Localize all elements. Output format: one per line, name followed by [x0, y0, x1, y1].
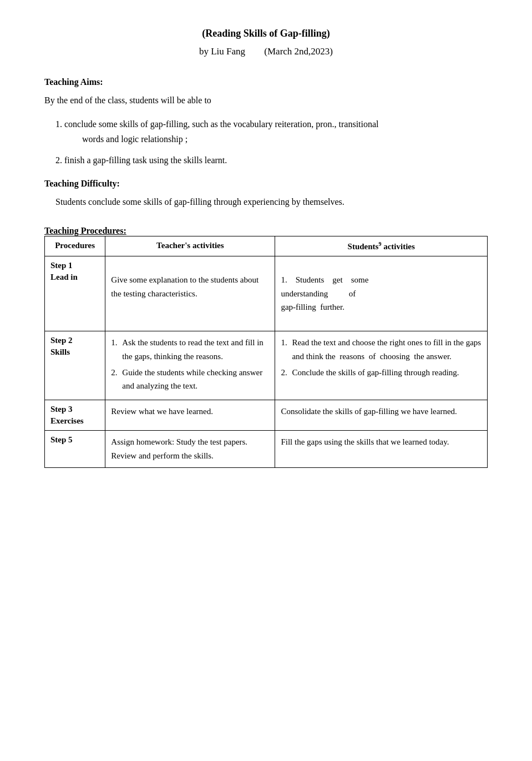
step1-sublabel: Lead in — [50, 273, 99, 282]
document-title: (Reading Skills of Gap-filling) — [44, 28, 488, 39]
step5-teacher-cell: Assign homework: Study the test papers. … — [105, 431, 275, 468]
step3-teacher-cell: Review what we have learned. — [105, 400, 275, 431]
step2-student-cell: 1. Read the text and choose the right on… — [275, 331, 488, 400]
table-row: Step 3 Exercises Review what we have lea… — [45, 400, 488, 431]
teaching-aims-heading: Teaching Aims: — [44, 77, 488, 87]
teaching-difficulty-section: Teaching Difficulty: Students conclude s… — [44, 179, 488, 209]
step1-label: Step 1 — [50, 261, 99, 270]
step5-student-content: Fill the gaps using the skills that we l… — [281, 435, 482, 449]
teaching-procedures-section: Teaching Procedures: Procedures Teacher'… — [44, 226, 488, 468]
step1-student-content: 1. Students get some understanding of ga… — [281, 273, 482, 314]
table-header-teacher: Teacher's activities — [105, 236, 275, 256]
list-number: 1. — [55, 119, 64, 129]
list-continuation: words and logic relationship ; — [82, 132, 488, 147]
procedures-table: Procedures Teacher's activities Students… — [44, 236, 488, 468]
teaching-procedures-heading: Teaching Procedures: — [44, 226, 488, 236]
list-text: finish a gap-filling task using the skil… — [64, 155, 227, 165]
table-header-students: Students9 activities — [275, 236, 488, 256]
list-item: 1. conclude some skills of gap-filling, … — [55, 117, 488, 147]
teaching-aims-intro: By the end of the class, students will b… — [44, 93, 488, 108]
step2-student-content: 1. Read the text and choose the right on… — [281, 336, 482, 379]
step5-teacher-content: Assign homework: Study the test papers. … — [111, 435, 269, 463]
table-row: Step 5 Assign homework: Study the test p… — [45, 431, 488, 468]
list-text: conclude some skills of gap-filling, suc… — [64, 119, 379, 129]
table-header-procedures: Procedures — [45, 236, 105, 256]
document-subtitle: by Liu Fang (March 2nd,2023) — [44, 46, 488, 57]
step2-procedures-cell: Step 2 Skills — [45, 331, 105, 400]
teaching-difficulty-heading: Teaching Difficulty: — [44, 179, 488, 189]
step2-teacher-cell: 1. Ask the students to read the text and… — [105, 331, 275, 400]
document-date: (March 2nd,2023) — [264, 46, 333, 57]
step5-label: Step 5 — [50, 435, 99, 445]
step1-procedures-cell: Step 1 Lead in — [45, 256, 105, 331]
step3-teacher-content: Review what we have learned. — [111, 405, 269, 419]
table-row: Step 2 Skills 1. Ask the students to rea… — [45, 331, 488, 400]
step2-sublabel: Skills — [50, 347, 99, 357]
step1-teacher-cell: Give some explanation to the students ab… — [105, 256, 275, 331]
step3-student-cell: Consolidate the skills of gap-filling we… — [275, 400, 488, 431]
step1-student-cell: 1. Students get some understanding of ga… — [275, 256, 488, 331]
step3-sublabel: Exercises — [50, 416, 99, 426]
list-number: 2. — [55, 155, 64, 165]
step5-student-cell: Fill the gaps using the skills that we l… — [275, 431, 488, 468]
step3-label: Step 3 — [50, 405, 99, 414]
step2-teacher-content: 1. Ask the students to read the text and… — [111, 336, 269, 393]
teaching-aims-section: Teaching Aims: By the end of the class, … — [44, 77, 488, 168]
teaching-difficulty-body: Students conclude some skills of gap-fil… — [55, 194, 488, 209]
step2-label: Step 2 — [50, 336, 99, 345]
table-row: Step 1 Lead in Give some explanation to … — [45, 256, 488, 331]
step1-teacher-content: Give some explanation to the students ab… — [111, 273, 269, 301]
step3-student-content: Consolidate the skills of gap-filling we… — [281, 405, 482, 419]
step5-procedures-cell: Step 5 — [45, 431, 105, 468]
step3-procedures-cell: Step 3 Exercises — [45, 400, 105, 431]
list-item: 2. finish a gap-filling task using the s… — [55, 153, 488, 168]
document-author: by Liu Fang — [199, 46, 245, 57]
